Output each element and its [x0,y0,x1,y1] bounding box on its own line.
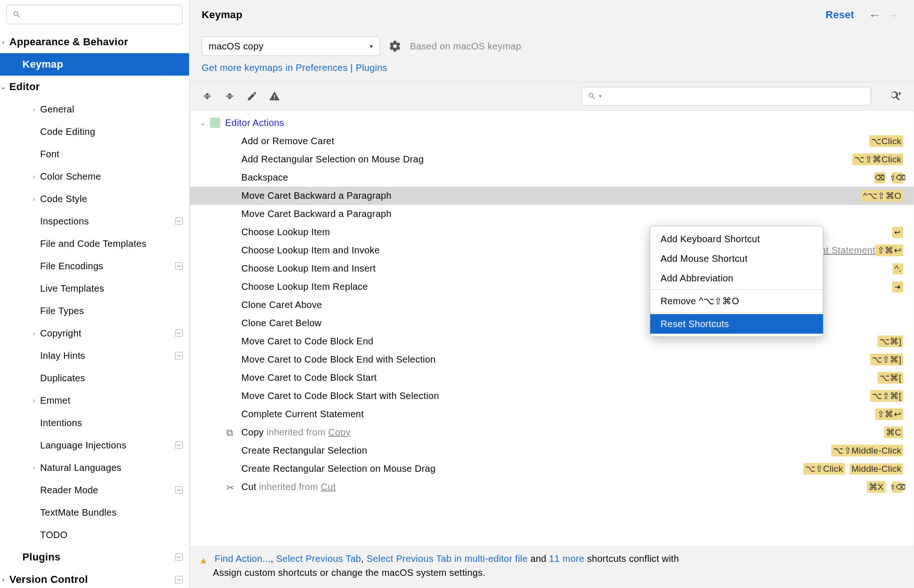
chevron-icon: › [28,397,40,404]
shortcut-badge: ⇧⌘↩ [875,245,903,256]
sidebar-item-inlay-hints[interactable]: Inlay Hints [0,344,189,367]
conflict-link[interactable]: Find Action... [215,553,271,564]
expand-all-icon[interactable] [202,91,213,102]
sidebar-item-file-and-code-templates[interactable]: File and Code Templates [0,232,189,255]
sidebar-item-textmate-bundles[interactable]: TextMate Bundles [0,501,189,524]
action-row[interactable]: Move Caret Backward a Paragraph^⌥⇧⌘O [190,187,914,205]
chevron-icon: › [0,576,9,583]
action-row[interactable]: Add or Remove Caret⌥Click [190,132,914,150]
reset-button[interactable]: Reset [826,9,854,21]
sidebar-item-reader-mode[interactable]: Reader Mode [0,479,189,501]
menu-item-add-keyboard-shortcut[interactable]: Add Keyboard Shortcut [650,229,823,249]
collapse-all-icon[interactable] [224,91,235,102]
sidebar-item-general[interactable]: ›General [0,98,189,120]
sidebar-item-inspections[interactable]: Inspections [0,210,189,232]
shortcut-badge: ⌥⇧⌘Click [852,154,903,165]
action-row[interactable]: ⧉Copy inherited from Copy⌘C [190,423,914,441]
tree-label: Intentions [40,418,183,428]
action-row[interactable]: Move Caret to Code Block Start⌥⌘[ [190,369,914,387]
action-row[interactable]: Create Rectangular Selection⌥⇧Middle-Cli… [190,441,914,460]
action-row[interactable]: ✂Cut inherited from Cut⌘X⇧⌫ [190,478,914,496]
get-more-keymaps-link[interactable]: Get more keymaps in Preferences | Plugin… [190,60,914,82]
gear-icon[interactable] [388,40,401,53]
sidebar-item-appearance-behavior[interactable]: ›Appearance & Behavior [0,31,189,53]
menu-item-add-mouse-shortcut[interactable]: Add Mouse Shortcut [650,249,823,268]
action-label: Copy inherited from Copy [241,427,884,438]
menu-item-remove-o[interactable]: Remove ^⌥⇧⌘O [650,291,823,311]
shortcuts: ⌥Click [869,135,903,147]
sidebar-item-todo[interactable]: TODO [0,524,189,546]
sidebar-search-input[interactable] [7,5,183,24]
actions-toolbar [190,82,914,111]
shortcuts: ^⌥⇧⌘O [861,190,903,202]
action-row[interactable]: Complete Current Statement⇧⌘↩ [190,405,914,423]
action-label: Move Caret to Code Block Start [190,372,878,383]
sidebar-item-file-encodings[interactable]: File Encodings [0,255,189,277]
shortcuts: ⌘X⇧⌫ [867,481,903,493]
shortcut-extra-icon: ⌫ [874,172,886,183]
action-row[interactable]: Move Caret Backward a Paragraph [190,205,914,223]
shortcuts: ⌫⇧⌫ [872,172,903,183]
sidebar-item-copyright[interactable]: ›Copyright [0,322,189,344]
action-search-input[interactable] [582,87,871,105]
tree-label: Code Editing [40,126,183,137]
chevron-icon: › [28,195,40,203]
action-row[interactable]: Create Rectangular Selection on Mouse Dr… [190,460,914,478]
back-arrow-icon[interactable]: ← [866,7,883,23]
sidebar-item-duplicates[interactable]: Duplicates [0,367,189,389]
warning-icon[interactable] [269,91,280,102]
sidebar-item-live-templates[interactable]: Live Templates [0,277,189,300]
menu-item-reset-shortcuts[interactable]: Reset Shortcuts [650,314,823,334]
menu-item-add-abbreviation[interactable]: Add Abbreviation [650,268,823,288]
edit-icon[interactable] [246,91,258,102]
tree-label: Version Control [9,574,183,586]
action-row[interactable]: Move Caret to Code Block Start with Sele… [190,387,914,405]
copy-icon: ⧉ [226,427,237,438]
sidebar-item-keymap[interactable]: Keymap [0,53,189,76]
conflict-link[interactable]: Select Previous Tab [276,553,361,564]
action-row[interactable]: Backspace⌫⇧⌫ [190,168,914,187]
sidebar-item-code-editing[interactable]: Code Editing [0,120,189,143]
shortcuts: ⌘C [884,427,903,438]
group-header[interactable]: ⌄ Editor Actions [190,113,914,132]
modified-indicator-icon [175,352,183,359]
find-by-shortcut-icon[interactable] [889,90,902,103]
folder-icon [210,118,220,128]
modified-indicator-icon [175,576,183,583]
action-row[interactable]: Move Caret to Code Block End with Select… [190,350,914,369]
action-label: Cut inherited from Cut [241,482,867,492]
shortcut-extra-icon: ⇧⌫ [892,482,903,493]
conflict-link[interactable]: 11 more [549,553,584,564]
menu-separator [650,289,823,290]
sidebar-item-file-types[interactable]: File Types [0,300,189,322]
modified-indicator-icon [175,262,183,270]
tree-label: Reader Mode [40,485,183,496]
sidebar-item-language-injections[interactable]: Language Injections [0,434,189,456]
sidebar-item-version-control[interactable]: ›Version Control [0,568,189,588]
action-label: Move Caret to Code Block End [190,336,878,347]
sidebar-item-font[interactable]: Font [0,143,189,165]
action-row[interactable]: Add Rectangular Selection on Mouse Drag⌥… [190,150,914,168]
sidebar-item-natural-languages[interactable]: ›Natural Languages [0,456,189,479]
keymap-toolbar: macOS copy Based on macOS keymap [190,30,914,60]
sidebar-item-code-style[interactable]: ›Code Style [0,188,189,210]
sidebar-item-color-scheme[interactable]: ›Color Scheme [0,165,189,188]
keymap-select[interactable]: macOS copy [202,36,380,56]
tree-label: Natural Languages [40,462,183,473]
shortcuts: ⌥⌘] [878,336,903,347]
shortcuts: ⌥⇧Middle-Click [831,445,903,456]
shortcut-badge: ⌥⌘[ [878,372,903,384]
modified-indicator-icon [175,553,183,561]
tree-label: TextMate Bundles [40,507,183,518]
sidebar-item-intentions[interactable]: Intentions [0,412,189,434]
chevron-icon: › [28,105,40,113]
main-panel: Keymap Reset ← → macOS copy Based on mac… [190,0,914,588]
sidebar-item-plugins[interactable]: Plugins [0,546,189,568]
shortcut-badge: ⌥⇧Click [803,463,845,475]
action-label: Move Caret Backward a Paragraph [190,190,861,201]
sidebar-item-emmet[interactable]: ›Emmet [0,389,189,412]
conflict-link[interactable]: Select Previous Tab in multi-editor file [366,553,527,564]
chevron-icon: ⌄ [0,83,9,91]
sidebar-item-editor[interactable]: ⌄Editor [0,76,189,98]
tree-label: Duplicates [40,373,183,384]
